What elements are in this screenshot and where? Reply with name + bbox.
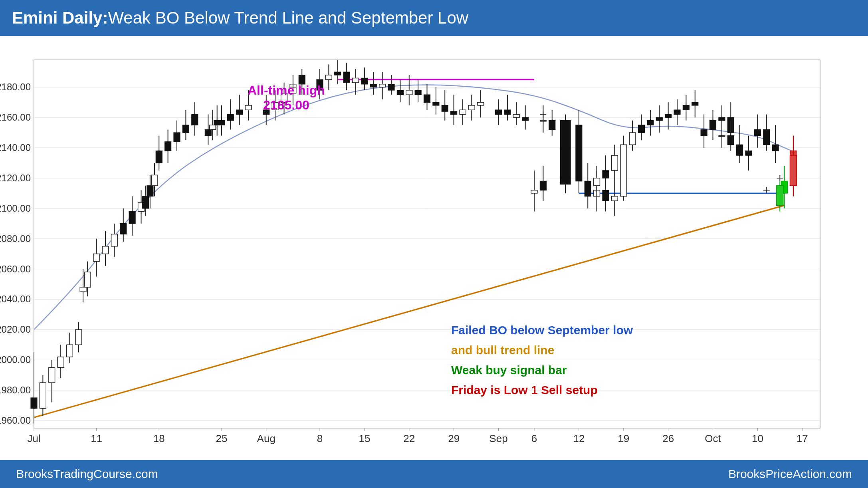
- header-title: Weak BO Below Trend Line and September L…: [108, 8, 468, 28]
- header-brand: Emini Daily:: [12, 8, 108, 28]
- footer-right: BrooksPriceAction.com: [728, 467, 852, 481]
- annotation-line3: Weak buy signal bar: [451, 363, 567, 377]
- page-header: Emini Daily: Weak BO Below Trend Line an…: [0, 0, 868, 36]
- annotation-line4: Friday is Low 1 Sell setup: [451, 383, 598, 397]
- annotation-line1: Failed BO below September low: [451, 323, 633, 337]
- all-time-high-label: All-time high 2185.00: [248, 83, 325, 113]
- annotation-line2: and bull trend line: [451, 343, 554, 357]
- main-chart: [0, 36, 868, 460]
- page-footer: BrooksTradingCourse.com BrooksPriceActio…: [0, 460, 868, 488]
- footer-left: BrooksTradingCourse.com: [16, 467, 158, 481]
- chart-area: Failed BO below September low and bull t…: [0, 36, 868, 460]
